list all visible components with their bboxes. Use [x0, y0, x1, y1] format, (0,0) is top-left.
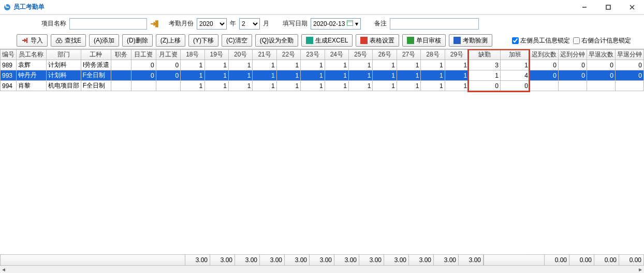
chevron-down-icon: ▾ — [355, 20, 358, 27]
footer-cell: 3.00 — [359, 254, 384, 266]
column-header[interactable]: 早退次数 — [587, 50, 615, 60]
excel-button[interactable]: 生成EXCEL — [301, 34, 353, 47]
footer-cell: 3.00 — [285, 254, 310, 266]
column-header[interactable]: 26号 — [373, 50, 397, 60]
project-lookup-icon[interactable] — [150, 19, 159, 28]
footer-cell: 0.00 — [545, 254, 569, 266]
toolbar: 导入 查找E (A)添加 (D)删除 (Z)上移 (Y)下移 (C)清空 (Q)… — [0, 32, 644, 49]
column-header[interactable]: 29号 — [445, 50, 469, 60]
single-day-audit-button[interactable]: 单日审核 — [402, 34, 446, 47]
table-settings-button[interactable]: 表格设置 — [356, 34, 399, 47]
column-header[interactable]: 员工名称 — [17, 50, 47, 60]
delete-button[interactable]: (D)删除 — [122, 34, 153, 47]
column-header[interactable]: 21号 — [253, 50, 276, 60]
window-title: 员工考勤单 — [13, 3, 573, 11]
month-select[interactable]: 2 — [239, 18, 260, 30]
table-row[interactable]: 989袁辉计划科I劳务派遣00111111111111310000 — [1, 60, 644, 70]
column-header[interactable]: 24号 — [325, 50, 348, 60]
column-header[interactable]: 迟到分钟 — [558, 50, 587, 60]
clear-button[interactable]: (C)清空 — [222, 34, 252, 47]
scroll-left-arrow[interactable]: ◂ — [0, 266, 7, 273]
column-header[interactable]: 加班 — [500, 50, 530, 60]
add-button[interactable]: (A)添加 — [89, 34, 119, 47]
footer-cell: 3.00 — [434, 254, 459, 266]
table-row[interactable]: 994肖黎机电项目部F全日制11111111111100 — [1, 81, 644, 91]
column-header[interactable]: 日工资 — [131, 50, 156, 60]
svg-rect-5 — [155, 20, 158, 27]
footer-cell: 0.00 — [569, 254, 594, 266]
column-header[interactable]: 早退分钟 — [615, 50, 643, 60]
column-header[interactable]: 迟到次数 — [530, 50, 558, 60]
column-header[interactable]: 27号 — [397, 50, 420, 60]
column-header[interactable]: 部门 — [46, 50, 81, 60]
column-header[interactable]: 18号 — [181, 50, 204, 60]
svg-point-10 — [59, 40, 62, 43]
footer-cell: 3.00 — [210, 254, 235, 266]
horizontal-scrollbar[interactable]: ◂ ▸ — [0, 266, 644, 273]
column-header[interactable]: 编号 — [1, 50, 17, 60]
column-header[interactable]: 月工资 — [156, 50, 180, 60]
attendance-grid[interactable]: 编号员工名称部门工种职务日工资月工资18号19号20号21号22号23号24号2… — [0, 49, 644, 248]
lock-left-checkbox[interactable]: 左侧员工信息锁定 — [512, 36, 570, 45]
year-suffix: 年 — [230, 19, 236, 28]
fill-date-value: 2020-02-13 — [313, 20, 345, 27]
audit-icon — [407, 37, 414, 44]
set-full-button[interactable]: (Q)设为全勤 — [255, 34, 298, 47]
footer-totals: 3.003.003.003.003.003.003.003.003.003.00… — [0, 254, 644, 266]
verify-icon — [453, 37, 461, 44]
titlebar: 员工考勤单 — [0, 0, 644, 15]
column-header[interactable]: 20号 — [228, 50, 252, 60]
svg-rect-6 — [347, 21, 353, 26]
footer-cell: 3.00 — [334, 254, 359, 266]
calendar-icon — [347, 20, 353, 27]
import-icon — [21, 37, 28, 44]
table-row[interactable]: 993钟丹丹计划科F全日制00111111111111140000 — [1, 70, 644, 81]
fill-date-label: 填写日期 — [283, 19, 308, 28]
footer-cell: 0.00 — [619, 254, 644, 266]
month-label: 考勤月份 — [169, 19, 194, 28]
grid-icon — [360, 37, 368, 44]
svg-rect-8 — [26, 38, 27, 43]
verify-button[interactable]: 考勤验测 — [449, 34, 492, 47]
footer-cell: 3.00 — [260, 254, 285, 266]
scroll-right-arrow[interactable]: ▸ — [637, 266, 644, 273]
find-button[interactable]: 查找E — [51, 34, 86, 47]
minimize-button[interactable] — [573, 0, 596, 15]
footer-cell: 3.00 — [409, 254, 434, 266]
footer-cell: 3.00 — [384, 254, 409, 266]
column-header[interactable]: 职务 — [111, 50, 131, 60]
binoculars-icon — [55, 37, 63, 44]
column-header[interactable]: 28号 — [421, 50, 445, 60]
lock-right-checkbox[interactable]: 右侧合计信息锁定 — [573, 36, 631, 45]
fill-date-picker[interactable]: 2020-02-13 ▾ — [311, 18, 361, 30]
filter-bar: 项目名称 考勤月份 2020 年 2 月 填写日期 2020-02-13 ▾ 备… — [0, 15, 644, 32]
svg-point-9 — [56, 40, 59, 43]
footer-cell: 3.00 — [459, 254, 484, 266]
move-up-button[interactable]: (Z)上移 — [156, 34, 185, 47]
column-header[interactable]: 工种 — [81, 50, 111, 60]
column-header[interactable]: 缺勤 — [469, 50, 501, 60]
footer-cell: 0.00 — [594, 254, 619, 266]
app-icon — [3, 3, 11, 11]
project-name-input[interactable] — [69, 18, 147, 30]
project-name-label: 项目名称 — [41, 19, 66, 28]
maximize-button[interactable] — [596, 0, 620, 15]
year-select[interactable]: 2020 — [197, 18, 227, 30]
move-down-button[interactable]: (Y)下移 — [188, 34, 218, 47]
footer-cell: 3.00 — [185, 254, 210, 266]
column-header[interactable]: 22号 — [276, 50, 300, 60]
remark-label: 备注 — [374, 19, 387, 28]
svg-rect-2 — [606, 5, 610, 9]
footer-cell: 3.00 — [235, 254, 260, 266]
import-button[interactable]: 导入 — [17, 34, 48, 47]
column-header[interactable]: 25号 — [349, 50, 373, 60]
month-suffix: 月 — [263, 19, 269, 28]
excel-icon — [306, 37, 313, 44]
remark-input[interactable] — [390, 18, 479, 30]
close-button[interactable] — [620, 0, 644, 15]
footer-cell: 3.00 — [310, 254, 334, 266]
column-header[interactable]: 23号 — [301, 50, 325, 60]
column-header[interactable]: 19号 — [204, 50, 228, 60]
